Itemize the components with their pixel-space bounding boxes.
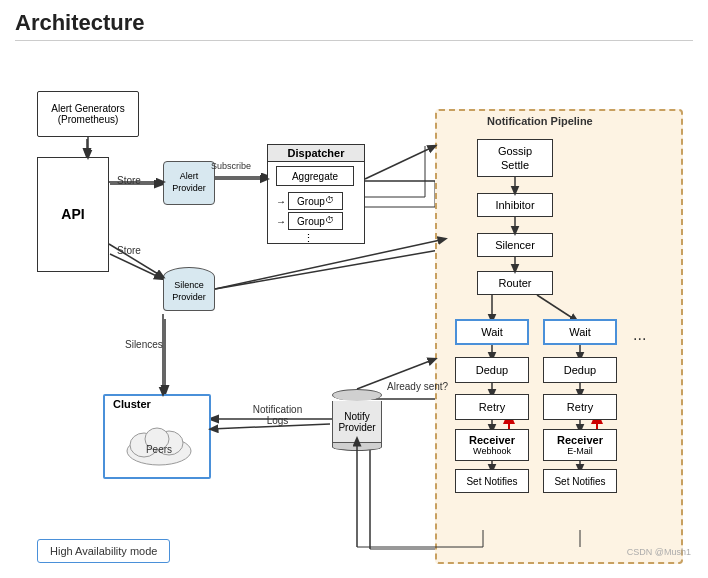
notification-logs-label: Notification Logs — [240, 404, 315, 426]
notify-provider-bottom — [332, 443, 382, 451]
silences-label: Silences — [125, 339, 163, 350]
svg-text:Peers: Peers — [146, 444, 172, 455]
wait-box-2: Wait — [543, 319, 617, 345]
page-title: Architecture — [15, 10, 693, 41]
set-notifies-label-2: Set Notifies — [554, 476, 605, 487]
receiver-email-sub: E-Mail — [567, 446, 593, 456]
pipeline-title: Notification Pipeline — [487, 115, 593, 127]
svg-line-58 — [365, 146, 435, 179]
retry-box-2: Retry — [543, 394, 617, 420]
wait-label-1: Wait — [481, 326, 503, 338]
wait-box-1: Wait — [455, 319, 529, 345]
alert-generators-box: Alert Generators (Prometheus) — [37, 91, 139, 137]
cluster-box: Cluster Peers — [103, 394, 211, 479]
set-notifies-box-1: Set Notifies — [455, 469, 529, 493]
group1-label: Group — [297, 195, 325, 208]
store-label-2: Store — [117, 245, 141, 256]
receiver-email-box: Receiver E-Mail — [543, 429, 617, 461]
notify-provider-top — [332, 389, 382, 401]
receiver-email-name: Receiver — [557, 434, 603, 446]
alert-provider-body: Alert Provider — [163, 161, 215, 205]
ha-mode-label: High Availability mode — [50, 545, 157, 557]
set-notifies-box-2: Set Notifies — [543, 469, 617, 493]
notify-provider: Notify Provider — [330, 389, 384, 451]
router-box: Router — [477, 271, 553, 295]
arrow-right-2: → — [276, 216, 286, 227]
pipeline-container: Notification Pipeline Gossip Settle Inhi… — [435, 109, 683, 564]
aggregate-box: Aggregate — [276, 166, 354, 186]
svg-line-36 — [537, 295, 577, 321]
receiver-webhook-sub: Webhook — [473, 446, 511, 456]
inhibitor-label: Inhibitor — [495, 198, 534, 212]
retry-label-1: Retry — [479, 401, 505, 413]
clock-icon-1: ⏱ — [325, 195, 334, 207]
wait-label-2: Wait — [569, 326, 591, 338]
ha-mode-button[interactable]: High Availability mode — [37, 539, 170, 563]
api-label: API — [61, 205, 84, 223]
svg-line-61 — [215, 239, 445, 289]
store-label-1: Store — [117, 175, 141, 186]
receiver-webhook-name: Receiver — [469, 434, 515, 446]
svg-line-7 — [215, 249, 445, 289]
dispatcher-label: Dispatcher — [268, 145, 364, 162]
gossip-settle-box: Gossip Settle — [477, 139, 553, 177]
clock-icon-2: ⏱ — [325, 215, 334, 227]
router-label: Router — [498, 276, 531, 290]
retry-label-2: Retry — [567, 401, 593, 413]
aggregate-label: Aggregate — [292, 170, 338, 183]
silence-provider-label: Silence Provider — [172, 280, 206, 303]
dispatcher-dots: ⋮ — [303, 232, 399, 245]
gossip-settle-label: Gossip Settle — [498, 144, 532, 173]
group2-box: Group ⏱ — [288, 212, 343, 230]
silencer-box: Silencer — [477, 233, 553, 257]
peers-container: Peers — [115, 416, 203, 471]
receiver-webhook-box: Receiver Webhook — [455, 429, 529, 461]
notify-provider-body: Notify Provider — [332, 401, 382, 443]
set-notifies-label-1: Set Notifies — [466, 476, 517, 487]
svg-line-2 — [110, 254, 163, 279]
alert-provider-label: Alert Provider — [172, 171, 206, 194]
subscribe-label: Subscribe — [211, 161, 251, 171]
pipeline-dots: ... — [633, 326, 646, 344]
dispatcher-container: Dispatcher Aggregate → Group ⏱ → Group ⏱ — [267, 144, 365, 244]
silencer-label: Silencer — [495, 238, 535, 252]
arrow-right-1: → — [276, 196, 286, 207]
alert-generators-label: Alert Generators (Prometheus) — [51, 103, 124, 125]
watermark: CSDN @Mush1 — [627, 547, 691, 557]
group2-label: Group — [297, 215, 325, 228]
group1-box: Group ⏱ — [288, 192, 343, 210]
silence-provider-body: Silence Provider — [163, 267, 215, 311]
inhibitor-box: Inhibitor — [477, 193, 553, 217]
api-box: API — [37, 157, 109, 272]
cluster-label: Cluster — [113, 398, 151, 410]
diagram-area: Alert Generators (Prometheus) API Store … — [15, 49, 695, 559]
dedup-label-2: Dedup — [564, 364, 596, 376]
cloud-svg: Peers — [119, 419, 199, 469]
alert-provider: Alert Provider — [163, 157, 215, 209]
dedup-label-1: Dedup — [476, 364, 508, 376]
dedup-box-1: Dedup — [455, 357, 529, 383]
notify-provider-label: Notify Provider — [338, 411, 375, 433]
dedup-box-2: Dedup — [543, 357, 617, 383]
retry-box-1: Retry — [455, 394, 529, 420]
already-sent-label: Already sent? — [387, 381, 448, 392]
page: Architecture — [0, 0, 708, 578]
silence-provider: Silence Provider — [163, 263, 215, 315]
